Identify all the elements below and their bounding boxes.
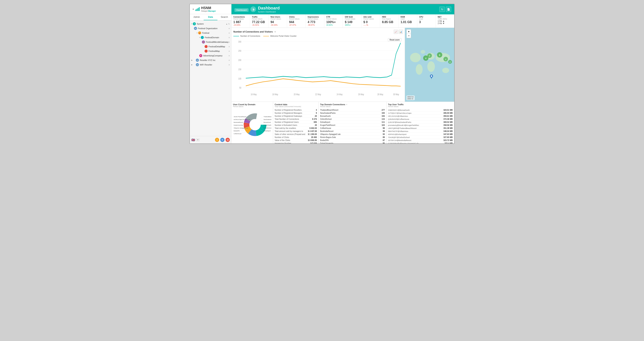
connections-chart: Number of Connections and Visitors ▼ 📈 📊… — [232, 28, 405, 102]
language-dropdown[interactable]: ▼ — [196, 138, 200, 141]
svg-point-24 — [416, 64, 422, 75]
metric-impressions-sub: Period Values — [308, 18, 322, 20]
svg-text:18 May: 18 May — [272, 93, 278, 96]
festival-map-menu-icon[interactable]: ≡ — [228, 50, 230, 52]
tab-data[interactable]: Data — [204, 14, 218, 20]
domain-name: NewZealandParks — [320, 112, 382, 114]
festival-menu-icon[interactable]: ≡ — [228, 32, 230, 34]
svg-text:KrugerParkR...: KrugerParkR... — [264, 124, 272, 126]
chart-filter-icon[interactable]: ▼ — [274, 30, 276, 33]
traffic-value: 323.4 MB — [444, 142, 453, 143]
top-domain-filter[interactable]: ▼ — [346, 103, 348, 106]
system-sort-icon[interactable]: ▲ — [226, 23, 228, 25]
domain-row: Rimini-Bagno-Sole89 — [320, 136, 385, 139]
tree-item-festival-org[interactable]: 🏢 Festival Organization ≡ — [190, 26, 231, 31]
domain-value: 277 — [382, 109, 385, 111]
reset-zoom-button[interactable]: Reset zoom — [388, 38, 401, 41]
traffic-value: 327.65 MB — [444, 136, 453, 138]
user-count-title: User Count by Domain — [233, 103, 272, 106]
tree-item-reseller-xyz[interactable]: ▶ 🏢 Reseller XYZ Inc ≡ — [190, 58, 231, 62]
logo-text-block: HSNM Hotspot Manager — [201, 6, 216, 12]
refresh-button[interactable]: ↻ — [440, 7, 445, 12]
tab-admin[interactable]: Admin — [190, 14, 204, 20]
tab-search[interactable]: Search — [218, 14, 231, 20]
map-zoom-in-button[interactable]: + — [407, 29, 411, 34]
traffic-name: RBHTM2TP@Villasimius- — [388, 130, 444, 132]
wifi-reseller-menu-icon[interactable]: ≡ — [228, 64, 230, 66]
festival-label: Festival — [202, 32, 228, 34]
svg-text:28 May: 28 May — [377, 93, 383, 96]
svg-text:4: 4 — [425, 57, 426, 59]
collapse-button[interactable]: « — [193, 8, 194, 10]
tree-item-festival[interactable]: ▾ 🎪 Festival ≡ — [190, 31, 231, 35]
chart-svg: 300 250 200 150 100 50 16 May 18 May 20 … — [233, 38, 403, 100]
header-title-block: Dashboard System Dashboard — [258, 6, 280, 13]
user-count-subtitle: Period Values — [233, 106, 272, 107]
tree-item-system[interactable]: ▾ ⚙ System ▲ ↻ — [190, 21, 231, 26]
festival-icon: 🎪 — [198, 31, 201, 34]
line-chart-button[interactable]: 📈 — [394, 30, 398, 34]
metric-traffic-change: -31.91% — [252, 24, 266, 26]
traffic-value: 358.56 MB — [444, 124, 453, 126]
tree-item-festival-domain[interactable]: ▾ 🌐 FestivalDomain ≡ — [190, 35, 231, 40]
metric-gw-sold-sub: Period Values — [345, 18, 359, 20]
domain-value: 89 — [382, 136, 385, 138]
top-traffic-title: Top User Traffic — [388, 103, 453, 106]
svg-point-27 — [421, 50, 425, 54]
metric-adv-sold-value: $ 0 — [364, 20, 378, 24]
metric-gw-sold-value: $ 149 — [345, 20, 359, 24]
festival-domain-menu-icon[interactable]: ≡ — [228, 36, 230, 39]
tree-item-wifi-reseller[interactable]: ▶ 🏢 WiFi Reseller ≡ — [190, 62, 231, 67]
svg-line-65 — [261, 120, 263, 121]
bottom-row: User Count by Domain Period Values Jesol… — [232, 102, 454, 143]
metric-connections: Connections Period Values 1 887 -24.03% — [232, 14, 250, 28]
festival-map-label: FestivalMap — [208, 50, 228, 52]
metric-new-users-change: -33.33% — [270, 24, 285, 26]
domain-name: BodiaSPA — [320, 139, 382, 141]
context-key: Number of Registered Gateways — [275, 115, 315, 117]
metric-traffic-value: 77.22 GB — [252, 20, 266, 24]
advertising-menu-icon[interactable]: ≡ — [228, 55, 230, 57]
top-domain-subtitle: Period Values — [320, 106, 385, 107]
metric-traffic-sub: Period Values — [252, 18, 266, 20]
domain-value: 115 — [382, 118, 385, 120]
settings-button[interactable]: ⚙ — [220, 138, 224, 142]
chart-header: Number of Connections and Visitors ▼ 📈 📊 — [233, 30, 403, 34]
domain-name: Villaputzu-SpiaggiaS ale — [320, 133, 382, 135]
tree-item-detail-map[interactable]: 📍 FestivalDetailMap ≡ — [190, 44, 231, 49]
map-zoom-out-button[interactable]: − — [407, 34, 411, 38]
system-refresh-icon[interactable]: ↻ — [228, 23, 230, 25]
festival-org-menu-icon[interactable]: ≡ — [228, 27, 230, 29]
svg-text:150: 150 — [238, 68, 241, 71]
context-value: 3 — [316, 109, 317, 111]
context-row: Number of Activated Users20 — [275, 124, 317, 127]
tree-item-mikrotik[interactable]: ⚡ FestivalMikrotikGateway ≡ — [190, 40, 231, 44]
reseller-xyz-icon: 🏢 — [196, 59, 199, 62]
context-row: Number of Registered Gateways20 — [275, 115, 317, 118]
festival-domain-label: FestivalDomain — [205, 36, 228, 39]
mikrotik-menu-icon[interactable]: ≡ — [228, 41, 230, 43]
svg-text:BestindiaResort: BestindiaResort — [234, 122, 243, 123]
detail-map-menu-icon[interactable]: ≡ — [228, 46, 230, 48]
metric-ram-value: 1.01 GB — [400, 20, 415, 24]
reseller-xyz-menu-icon[interactable]: ≡ — [228, 59, 230, 61]
tree-item-advertising[interactable]: 📢 AdvertisingCompany ≡ — [190, 53, 231, 58]
traffic-value: 372.36 MB — [444, 118, 453, 120]
domain-value: 103 — [382, 124, 385, 126]
export-button[interactable]: 📄 — [446, 7, 451, 12]
header-tab[interactable]: Dashboard — [234, 8, 248, 12]
sidebar-nav-tabs: Admin Data Search — [190, 14, 231, 20]
chart-title: Number of Connections and Visitors — [233, 30, 273, 33]
domain-row: DohaAirport111 — [320, 121, 385, 124]
traffic-row: 1VTD|GVY@SanVitoLoCapo-406.94 MB — [388, 112, 453, 115]
bar-chart-button[interactable]: 📊 — [399, 30, 403, 34]
detail-map-icon: 📍 — [204, 45, 208, 48]
svg-point-39 — [431, 75, 432, 77]
top-domain-panel: Top Domain Connections ▼ Period Values T… — [318, 102, 386, 143]
power-button[interactable]: ⏻ — [226, 138, 230, 142]
logo-bar-4 — [199, 7, 200, 11]
info-button[interactable]: ℹ — [215, 138, 219, 142]
tree-item-festival-map[interactable]: 📍 FestivalMap ≡ — [190, 49, 231, 53]
context-row: Total amount sold by managers to$ 4 437.… — [275, 130, 317, 133]
context-row: Value of the Clicks$ 8 800.95 — [275, 139, 317, 142]
